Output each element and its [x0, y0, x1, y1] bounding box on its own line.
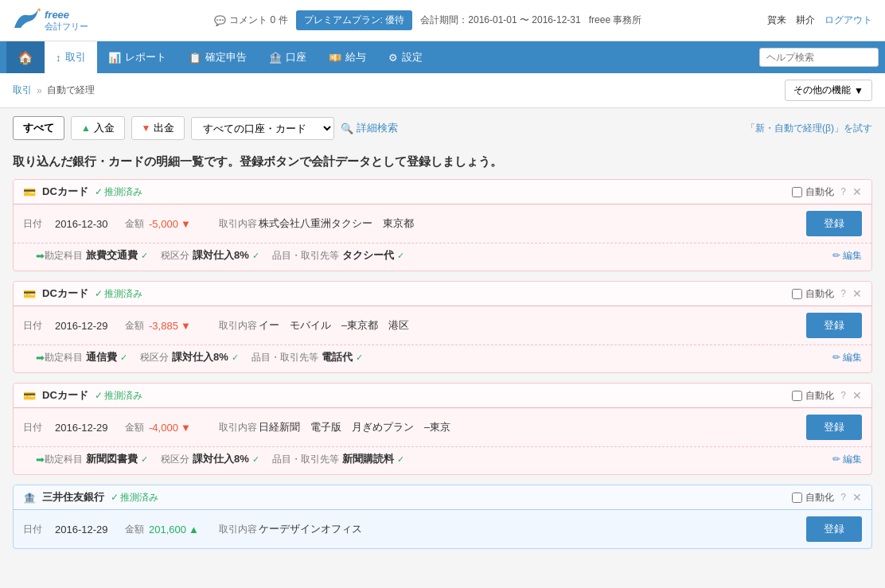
transaction-card-2: 💳 DCカード ✓ 推測済み 自動化 ? ✕ 日付 2016-12-29 金額 — [13, 281, 872, 373]
close-icon-1[interactable]: ✕ — [852, 185, 862, 198]
auto-check-input-1[interactable] — [792, 187, 802, 197]
tax-value-2: 課対仕入8% — [172, 350, 228, 364]
nav-home-button[interactable]: 🏠 — [6, 41, 45, 73]
tx-row-1: 日付 2016-12-30 金額 -5,000 ▼ 取引内容 株式会社八重洲タク… — [14, 204, 871, 243]
tax-detail-1: 税区分 課対仕入8% ✓ — [161, 248, 259, 263]
edit-link-2[interactable]: ✏ 編集 — [832, 351, 862, 364]
transactions-label: 取引 — [65, 50, 86, 64]
logo-bird-icon — [13, 6, 41, 36]
nav-item-transactions[interactable]: ↕ 取引 — [45, 41, 97, 73]
detail-search-link[interactable]: 🔍 詳細検索 — [341, 121, 398, 135]
check-icon-4: ✓ — [111, 492, 119, 503]
other-functions-label: その他の機能 — [793, 84, 851, 97]
tax-detail-label-3: 税区分 — [161, 453, 189, 466]
nav-bar: 🏠 ↕ 取引 📊 レポート 📋 確定申告 🏦 口座 💴 給与 ⚙ 設定 — [0, 41, 885, 73]
top-bar: freee 会計フリー 💬 コメント 0 件 プレミアムプラン: 優待 会計期間… — [0, 0, 885, 41]
date-label-2: 日付 — [23, 319, 55, 333]
card-header-left-2: 💳 DCカード ✓ 推測済み — [23, 286, 142, 301]
item-value-3: 新聞購読料 — [342, 452, 394, 466]
account-detail-1: 勘定科目 旅費交通費 ✓ — [45, 248, 148, 263]
comment-label: コメント — [229, 14, 267, 27]
nav-item-salary[interactable]: 💴 給与 — [318, 41, 377, 73]
logout-link[interactable]: ログアウト — [825, 14, 872, 27]
account-check-3: ✓ — [141, 454, 148, 465]
tx-row-3: 日付 2016-12-29 金額 -4,000 ▼ 取引内容 日経新聞 電子版 … — [14, 408, 871, 446]
desc-label-1: 取引内容 — [219, 217, 259, 231]
help-icon-3[interactable]: ? — [840, 390, 846, 401]
nav-item-settings[interactable]: ⚙ 設定 — [377, 41, 434, 73]
expense-label: 出金 — [154, 122, 174, 134]
close-icon-4[interactable]: ✕ — [852, 491, 862, 504]
arrow-icon-1: ➡ — [36, 250, 45, 262]
auto-check-input-4[interactable] — [792, 493, 802, 503]
account-check-1: ✓ — [141, 251, 148, 261]
new-auto-link[interactable]: 「新・自動で経理(β)」を試す — [746, 122, 872, 135]
help-search-input[interactable] — [759, 48, 879, 67]
card-header-right-1: 自動化 ? ✕ — [792, 185, 862, 199]
edit-label-2: 編集 — [843, 351, 862, 364]
prediction-label-4: 推測済み — [120, 491, 158, 504]
register-button-1[interactable]: 登録 — [806, 211, 862, 236]
main-content: 💳 DCカード ✓ 推測済み 自動化 ? ✕ 日付 2016-12-30 金額 — [0, 179, 885, 571]
help-icon-2[interactable]: ? — [840, 288, 846, 299]
nav-search-area — [759, 48, 879, 67]
premium-button[interactable]: プレミアムプラン: 優待 — [296, 10, 413, 30]
other-functions-button[interactable]: その他の機能 ▼ — [785, 80, 872, 101]
prediction-label-1: 推測済み — [104, 185, 142, 199]
breadcrumb-transactions[interactable]: 取引 — [13, 84, 32, 97]
card-header-1: 💳 DCカード ✓ 推測済み 自動化 ? ✕ — [14, 180, 871, 204]
credit-card-icon-2: 💳 — [23, 288, 36, 300]
item-check-1: ✓ — [397, 251, 404, 261]
account-check-2: ✓ — [120, 352, 127, 363]
account-detail-label-3: 勘定科目 — [45, 453, 83, 466]
pencil-icon-2: ✏ — [832, 352, 840, 363]
auto-check-input-3[interactable] — [792, 391, 802, 401]
edit-link-3[interactable]: ✏ 編集 — [832, 453, 862, 466]
item-detail-2: 品目・取引先等 電話代 ✓ — [251, 350, 363, 364]
nav-item-account[interactable]: 🏦 口座 — [258, 41, 318, 73]
card-header-left-4: 🏦 三井住友銀行 ✓ 推測済み — [23, 490, 158, 504]
auto-check-input-2[interactable] — [792, 289, 802, 299]
item-detail-label-3: 品目・取引先等 — [272, 453, 339, 466]
account-value-1: 旅費交通費 — [86, 248, 138, 263]
search-icon: 🔍 — [341, 123, 353, 134]
help-icon-4[interactable]: ? — [840, 492, 846, 503]
pencil-icon-3: ✏ — [832, 454, 840, 465]
filter-income-button[interactable]: ▲ 入金 — [71, 116, 125, 140]
register-button-4[interactable]: 登録 — [806, 516, 862, 542]
register-button-2[interactable]: 登録 — [806, 313, 862, 338]
tax-value-1: 課対仕入8% — [193, 248, 249, 263]
account-value-3: 新聞図書費 — [86, 452, 138, 466]
tx-detail-row-3: ➡ 勘定科目 新聞図書費 ✓ 税区分 課対仕入8% ✓ 品目・取引先等 新聞購読… — [14, 446, 871, 474]
register-button-3[interactable]: 登録 — [806, 415, 862, 440]
transaction-card-4: 🏦 三井住友銀行 ✓ 推測済み 自動化 ? ✕ 日付 2016-12-29 金額 — [13, 485, 872, 549]
reports-icon: 📊 — [108, 52, 121, 64]
prediction-badge-4: ✓ 推測済み — [111, 491, 158, 504]
tx-date-3: 2016-12-29 — [55, 422, 119, 434]
tax-detail-label-2: 税区分 — [140, 351, 169, 364]
amount-up-icon-4: ▲ — [189, 524, 199, 535]
edit-label-3: 編集 — [843, 453, 862, 466]
edit-link-1[interactable]: ✏ 編集 — [832, 249, 862, 263]
tx-date-2: 2016-12-29 — [55, 320, 119, 332]
tax-detail-2: 税区分 課対仕入8% ✓ — [140, 350, 239, 364]
filter-all-button[interactable]: すべて — [13, 116, 64, 140]
close-icon-2[interactable]: ✕ — [852, 287, 862, 300]
tax-detail-3: 税区分 課対仕入8% ✓ — [161, 452, 259, 466]
account-select[interactable]: すべての口座・カード — [191, 117, 334, 140]
bank-icon-4: 🏦 — [23, 492, 36, 504]
close-icon-3[interactable]: ✕ — [852, 389, 862, 402]
tax-value-3: 課対仕入8% — [193, 452, 249, 466]
filter-expense-button[interactable]: ▼ 出金 — [131, 116, 185, 140]
nav-item-tax[interactable]: 📋 確定申告 — [177, 41, 258, 73]
amount-label-4: 金額 — [125, 523, 149, 536]
account-detail-label-2: 勘定科目 — [45, 351, 83, 364]
transaction-card-3: 💳 DCカード ✓ 推測済み 自動化 ? ✕ 日付 2016-12-29 金額 — [13, 383, 872, 475]
breadcrumb-bar: 取引 » 自動で経理 その他の機能 ▼ — [0, 73, 885, 108]
card-name-2: DCカード — [42, 286, 88, 301]
auto-label-2: 自動化 — [805, 287, 834, 301]
auto-checkbox-4: 自動化 — [792, 491, 834, 504]
help-icon-1[interactable]: ? — [840, 186, 846, 197]
transactions-icon: ↕ — [56, 52, 61, 64]
nav-item-reports[interactable]: 📊 レポート — [97, 41, 177, 73]
